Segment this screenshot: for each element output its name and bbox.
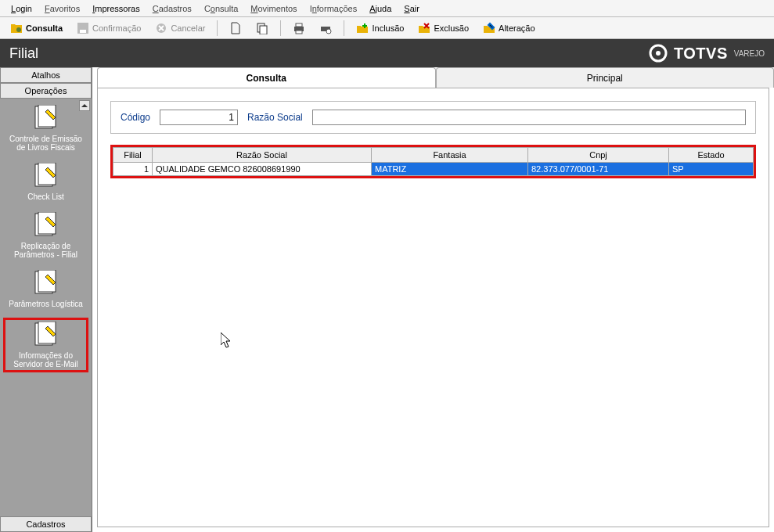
document-pencil-icon bbox=[32, 322, 60, 347]
svg-point-9 bbox=[326, 29, 331, 34]
toolbar: Consulta Confirmação Cancelar Inclusão E… bbox=[0, 17, 774, 39]
razao-label: Razão Social bbox=[247, 112, 303, 123]
folder-search-icon bbox=[10, 22, 23, 34]
sidebar-tab-atalhos[interactable]: Atalhos bbox=[0, 67, 92, 83]
content-area: Consulta Principal Código Razão Social F… bbox=[92, 67, 774, 532]
toolbar-consulta-label: Consulta bbox=[26, 23, 63, 33]
document-pencil-icon bbox=[32, 163, 60, 188]
sidebar-tab-cadastros[interactable]: Cadastros bbox=[0, 516, 92, 532]
toolbar-copy-doc[interactable] bbox=[250, 20, 274, 37]
menu-impressoras[interactable]: Impressoras bbox=[86, 2, 146, 15]
toolbar-exclusao[interactable]: Exclusão bbox=[412, 20, 474, 37]
panel-consulta: Código Razão Social Filial Razão Social … bbox=[97, 88, 769, 527]
col-razao[interactable]: Razão Social bbox=[153, 148, 372, 163]
sidebar-scroll-up[interactable] bbox=[79, 100, 90, 111]
menu-sair[interactable]: Sair bbox=[398, 2, 426, 15]
col-filial[interactable]: Filial bbox=[113, 148, 153, 163]
new-document-icon bbox=[229, 22, 242, 34]
main-area: Atalhos Operações Controle de Emissão de… bbox=[0, 67, 774, 532]
results-grid-wrap: Filial Razão Social Fantasia Cnpj Estado… bbox=[110, 145, 756, 178]
save-icon bbox=[77, 22, 89, 34]
title-bar: Filial TOTVS VAREJO bbox=[0, 39, 774, 67]
sidebar-item-label: Replicação de Parâmetros - Filial bbox=[5, 242, 87, 259]
grid-header-row: Filial Razão Social Fantasia Cnpj Estado bbox=[113, 148, 754, 163]
print-preview-icon bbox=[319, 22, 332, 34]
brand-name: TOTVS bbox=[674, 45, 728, 63]
printer-icon bbox=[293, 22, 305, 34]
toolbar-inclusao[interactable]: Inclusão bbox=[351, 20, 409, 37]
col-cnpj[interactable]: Cnpj bbox=[528, 148, 669, 163]
sidebar-item-label: Informações do Servidor de E-Mail bbox=[7, 351, 85, 368]
separator bbox=[344, 20, 344, 36]
toolbar-alteracao[interactable]: Alteração bbox=[477, 20, 540, 37]
sidebar-item-logistica[interactable]: Parâmetros Logística bbox=[3, 268, 88, 310]
edit-folder-icon bbox=[483, 22, 495, 34]
menu-informacoes[interactable]: Informações bbox=[304, 2, 364, 15]
sidebar-item-checklist[interactable]: Check List bbox=[3, 161, 88, 203]
col-fantasia[interactable]: Fantasia bbox=[372, 148, 528, 163]
svg-rect-1 bbox=[80, 30, 86, 33]
toolbar-alteracao-label: lteração bbox=[504, 23, 535, 33]
tab-principal[interactable]: Principal bbox=[436, 67, 775, 88]
table-row[interactable]: 1 QUALIDADE GEMCO 826008691990 MATRIZ 82… bbox=[113, 163, 754, 176]
toolbar-confirmacao-label: Confirmação bbox=[92, 23, 141, 33]
toolbar-confirmacao: Confirmação bbox=[71, 20, 146, 37]
toolbar-exclusao-label: xclusão bbox=[440, 23, 469, 33]
filter-box: Código Razão Social bbox=[110, 101, 756, 134]
cell-fantasia: MATRIZ bbox=[372, 163, 528, 176]
sidebar-item-label: Controle de Emissão de Livros Fiscais bbox=[5, 135, 87, 152]
brand-sub: VAREJO bbox=[734, 49, 765, 58]
menu-login[interactable]: Login bbox=[5, 2, 38, 15]
page-title: Filial bbox=[9, 45, 38, 62]
document-pencil-icon bbox=[32, 105, 60, 130]
sidebar-item-label: Check List bbox=[5, 192, 87, 201]
menu-bar: Login Favoritos Impressoras Cadastros Co… bbox=[0, 0, 774, 17]
document-pencil-icon bbox=[32, 270, 60, 295]
menu-consulta[interactable]: Consulta bbox=[198, 2, 244, 15]
toolbar-new-doc[interactable] bbox=[224, 20, 247, 37]
sidebar: Atalhos Operações Controle de Emissão de… bbox=[0, 67, 92, 532]
menu-movimentos[interactable]: Movimentos bbox=[244, 2, 303, 15]
sidebar-item-livros-fiscais[interactable]: Controle de Emissão de Livros Fiscais bbox=[3, 103, 88, 153]
chevron-up-icon bbox=[81, 102, 88, 109]
sidebar-tab-operacoes[interactable]: Operações bbox=[0, 83, 92, 99]
toolbar-cancelar: Cancelar bbox=[149, 20, 211, 37]
cancel-icon bbox=[155, 22, 167, 34]
sidebar-item-replicacao[interactable]: Replicação de Parâmetros - Filial bbox=[3, 210, 88, 261]
toolbar-cancelar-label: Cancelar bbox=[171, 23, 205, 33]
razao-social-input[interactable] bbox=[312, 110, 746, 125]
cell-cnpj: 82.373.077/0001-71 bbox=[528, 163, 669, 176]
toolbar-consulta[interactable]: Consulta bbox=[5, 20, 68, 37]
menu-favoritos[interactable]: Favoritos bbox=[38, 2, 86, 15]
document-pencil-icon bbox=[32, 212, 60, 237]
copy-document-icon bbox=[256, 22, 268, 34]
sidebar-item-label: Parâmetros Logística bbox=[5, 300, 87, 308]
toolbar-print[interactable] bbox=[287, 20, 311, 37]
cell-filial: 1 bbox=[113, 163, 153, 176]
menu-cadastros[interactable]: Cadastros bbox=[146, 2, 198, 15]
toolbar-print-preview[interactable] bbox=[314, 20, 337, 37]
menu-ajuda[interactable]: Ajuda bbox=[363, 2, 398, 15]
add-folder-icon bbox=[356, 22, 369, 34]
sidebar-items: Controle de Emissão de Livros Fiscais Ch… bbox=[0, 99, 92, 516]
delete-folder-icon bbox=[418, 22, 430, 34]
results-grid: Filial Razão Social Fantasia Cnpj Estado… bbox=[113, 147, 754, 176]
codigo-label: Código bbox=[121, 112, 150, 123]
cell-estado: SP bbox=[669, 163, 754, 176]
svg-rect-7 bbox=[296, 31, 302, 34]
separator bbox=[280, 20, 281, 36]
codigo-input[interactable] bbox=[160, 110, 238, 125]
totvs-logo-icon bbox=[649, 44, 668, 63]
svg-point-11 bbox=[656, 51, 661, 56]
tab-consulta[interactable]: Consulta bbox=[97, 67, 436, 88]
svg-rect-4 bbox=[260, 26, 267, 34]
toolbar-inclusao-label: nclusão bbox=[375, 23, 405, 33]
cell-razao: QUALIDADE GEMCO 826008691990 bbox=[153, 163, 372, 176]
brand: TOTVS VAREJO bbox=[649, 44, 765, 63]
separator bbox=[217, 20, 218, 36]
svg-rect-6 bbox=[296, 23, 302, 27]
col-estado[interactable]: Estado bbox=[669, 148, 754, 163]
sidebar-item-email-server[interactable]: Informações do Servidor de E-Mail bbox=[3, 318, 88, 372]
tabs: Consulta Principal bbox=[97, 67, 774, 88]
